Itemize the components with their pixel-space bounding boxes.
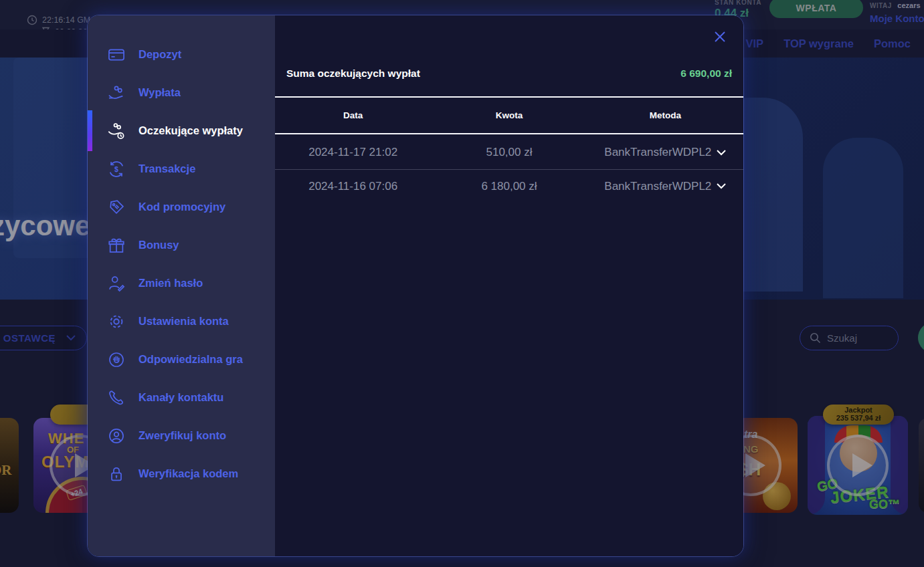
sidebar-item-label: Odpowiedzialna gra <box>138 353 243 366</box>
sidebar-item-wyplata[interactable]: Wypłata <box>88 74 275 112</box>
column-header-data: Data <box>275 110 431 120</box>
account-modal: Depozyt Wypłata Oczekujące wypłaty $ Tra… <box>87 15 744 557</box>
close-icon[interactable] <box>711 29 729 46</box>
user-circle-icon <box>105 425 128 447</box>
sidebar-item-bonusy[interactable]: Bonusy <box>88 226 275 264</box>
sidebar-item-label: Depozyt <box>138 48 181 61</box>
sidebar-item-depozyt[interactable]: Depozyt <box>88 35 275 74</box>
sidebar-item-label: Ustawienia konta <box>138 315 229 328</box>
withdrawal-method: BankTransferWDPL2 <box>587 146 743 159</box>
sidebar-item-label: Weryfikacja kodem <box>138 467 238 480</box>
user-edit-icon <box>105 272 128 295</box>
gear-icon <box>105 310 128 333</box>
sidebar-item-ustawienia-konta[interactable]: Ustawienia konta <box>88 302 275 340</box>
sidebar-item-kod-promocyjny[interactable]: Kod promocyjny <box>88 188 275 226</box>
summary-row: Suma oczekujących wypłat 6 690,00 zł <box>286 68 732 80</box>
sidebar-item-label: Zmień hasło <box>138 277 203 290</box>
withdrawal-date: 2024-11-17 21:02 <box>275 146 431 159</box>
withdrawal-method-label: BankTransferWDPL2 <box>604 146 711 159</box>
column-header-kwota: Kwota <box>431 110 587 120</box>
credit-card-icon <box>105 43 128 66</box>
casino-site-screen: 22:16:14 GM 00:00:36 STAN KONTA 0.44 zł … <box>0 0 924 567</box>
sidebar-item-label: Transakcje <box>138 162 195 175</box>
gift-icon <box>105 234 128 257</box>
sidebar-item-label: Oczekujące wypłaty <box>138 124 243 137</box>
withdrawals-table: 2024-11-17 21:02 510,00 zł BankTransferW… <box>275 136 743 203</box>
withdrawal-method-label: BankTransferWDPL2 <box>604 180 711 193</box>
summary-value: 6 690,00 zł <box>680 68 732 80</box>
summary-label: Suma oczekujących wypłat <box>286 68 420 80</box>
transactions-icon: $ <box>105 158 128 181</box>
sidebar-item-weryfikacja-kodem[interactable]: Weryfikacja kodem <box>88 455 275 493</box>
sidebar-item-transakcje[interactable]: $ Transakcje <box>88 150 275 188</box>
chevron-down-icon[interactable] <box>717 183 726 189</box>
withdrawals-table-header: Data Kwota Metoda <box>275 98 743 134</box>
sidebar-item-label: Zweryfikuj konto <box>138 429 226 442</box>
pending-payout-icon <box>105 120 128 142</box>
sidebar-item-oczekujace-wyplaty[interactable]: Oczekujące wypłaty <box>88 112 275 150</box>
phone-icon <box>105 386 128 409</box>
svg-text:$: $ <box>114 164 118 173</box>
stop-hand-icon <box>105 348 128 371</box>
withdrawal-amount: 6 180,00 zł <box>431 180 587 193</box>
account-sidebar: Depozyt Wypłata Oczekujące wypłaty $ Tra… <box>88 15 275 556</box>
withdrawal-amount: 510,00 zł <box>431 146 587 159</box>
table-row[interactable]: 2024-11-16 07:06 6 180,00 zł BankTransfe… <box>275 169 743 203</box>
chevron-down-icon[interactable] <box>717 150 726 156</box>
withdrawal-date: 2024-11-16 07:06 <box>275 180 431 193</box>
sidebar-item-label: Kod promocyjny <box>138 201 225 213</box>
withdrawal-method: BankTransferWDPL2 <box>587 180 743 193</box>
sidebar-item-label: Wypłata <box>138 86 181 99</box>
sidebar-item-odpowiedzialna-gra[interactable]: Odpowiedzialna gra <box>88 340 275 378</box>
sidebar-item-label: Bonusy <box>138 239 179 251</box>
sidebar-item-zweryfikuj-konto[interactable]: Zweryfikuj konto <box>88 417 275 455</box>
table-row[interactable]: 2024-11-17 21:02 510,00 zł BankTransferW… <box>275 136 743 169</box>
sidebar-item-label: Kanały kontaktu <box>138 391 223 404</box>
sidebar-item-zmien-haslo[interactable]: Zmień hasło <box>88 264 275 302</box>
pending-withdrawals-panel: Suma oczekujących wypłat 6 690,00 zł Dat… <box>275 15 743 556</box>
lock-icon <box>105 463 128 485</box>
promo-tag-icon <box>105 196 128 219</box>
sidebar-item-kanaly-kontaktu[interactable]: Kanały kontaktu <box>88 378 275 417</box>
column-header-metoda: Metoda <box>587 110 743 120</box>
payout-hand-icon <box>105 82 128 104</box>
